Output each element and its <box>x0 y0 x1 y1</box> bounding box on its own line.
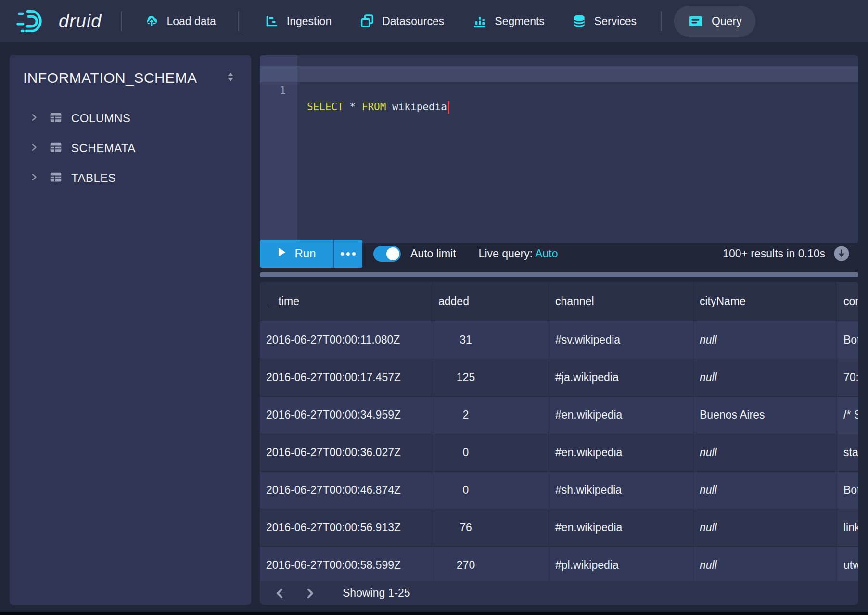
column-header-time[interactable]: __time <box>260 282 432 321</box>
cell-cityname[interactable]: null <box>693 472 837 509</box>
cell-comment[interactable]: Bot <box>837 472 858 509</box>
double-caret-vertical-icon[interactable] <box>224 70 237 86</box>
download-results-button[interactable] <box>833 245 850 262</box>
nav-item-label: Load data <box>167 15 216 28</box>
sql-keyword: FROM <box>362 101 386 113</box>
cell-channel[interactable]: #ja.wikipedia <box>549 359 693 396</box>
nav-item-label: Ingestion <box>287 15 332 28</box>
line-number: 1 <box>260 82 297 99</box>
tree-item-label: SCHEMATA <box>71 141 136 155</box>
cell-time[interactable]: 2016-06-27T00:00:56.913Z <box>260 509 432 546</box>
results-header-row: __time added channel cityName comment <box>260 282 858 321</box>
nav-item-label: Segments <box>495 15 545 28</box>
table-row: 2016-06-27T00:00:11.080Z 31 #sv.wikipedi… <box>260 321 858 359</box>
table-row: 2016-06-27T00:00:36.027Z 0 #en.wikipedia… <box>260 434 858 472</box>
chevron-right-icon <box>30 142 38 154</box>
column-header-added[interactable]: added <box>432 282 549 321</box>
auto-limit-label: Auto limit <box>410 247 456 260</box>
cell-cityname[interactable]: null <box>693 434 837 471</box>
cloud-upload-icon <box>143 13 160 29</box>
nav-item-label: Services <box>594 15 637 28</box>
chevron-right-icon <box>30 112 38 125</box>
nav-item-datasources[interactable]: Datasources <box>359 13 444 29</box>
cell-comment[interactable]: sta <box>837 434 858 471</box>
cell-added[interactable]: 0 <box>432 472 549 509</box>
cell-added[interactable]: 125 <box>432 359 549 396</box>
run-button-label: Run <box>294 247 316 260</box>
bar-chart-icon <box>472 13 487 29</box>
cell-time[interactable]: 2016-06-27T00:00:46.874Z <box>260 472 432 509</box>
cell-comment[interactable]: Bot <box>837 321 858 359</box>
sql-query-text: SELECT * FROM wikipedia <box>307 99 449 115</box>
column-header-channel[interactable]: channel <box>549 282 693 321</box>
live-query-label: Live query: <box>479 247 533 260</box>
cell-time[interactable]: 2016-06-27T00:00:11.080Z <box>260 321 432 359</box>
pane-splitter[interactable] <box>260 272 858 277</box>
cell-added[interactable]: 270 <box>432 547 549 584</box>
cell-channel[interactable]: #en.wikipedia <box>549 509 693 546</box>
run-button[interactable]: Run <box>260 240 333 268</box>
cell-comment[interactable]: utw <box>837 547 858 584</box>
nav-item-load-data[interactable]: Load data <box>143 13 216 29</box>
auto-limit-toggle[interactable] <box>373 246 401 262</box>
cell-time[interactable]: 2016-06-27T00:00:17.457Z <box>260 359 432 396</box>
cell-cityname[interactable]: Buenos Aires <box>693 397 837 434</box>
nav-divider <box>238 11 239 31</box>
schema-sidebar: INFORMATION_SCHEMA COLUMNS <box>10 55 251 605</box>
cell-time[interactable]: 2016-06-27T00:00:34.959Z <box>260 397 432 434</box>
column-header-comment[interactable]: comment <box>837 282 858 321</box>
window-bottom-edge <box>0 612 868 615</box>
cell-comment[interactable]: link <box>837 509 858 546</box>
column-header-cityname[interactable]: cityName <box>693 282 837 321</box>
table-row: 2016-06-27T00:00:17.457Z 125 #ja.wikiped… <box>260 359 858 397</box>
nav-item-query[interactable]: Query <box>674 6 755 37</box>
tree-item-columns[interactable]: COLUMNS <box>10 103 251 133</box>
cell-channel[interactable]: #en.wikipedia <box>549 397 693 434</box>
sql-editor[interactable]: 1 SELECT * FROM wikipedia <box>260 55 858 243</box>
play-icon <box>277 247 286 260</box>
table-row: 2016-06-27T00:00:46.874Z 0 #sh.wikipedia… <box>260 472 858 509</box>
run-more-button[interactable] <box>333 240 362 268</box>
database-icon <box>572 13 587 29</box>
nav-item-ingestion[interactable]: Ingestion <box>264 13 332 29</box>
cell-channel[interactable]: #sh.wikipedia <box>549 472 693 509</box>
cell-added[interactable]: 2 <box>432 397 549 434</box>
cell-cityname[interactable]: null <box>693 321 837 359</box>
cell-time[interactable]: 2016-06-27T00:00:36.027Z <box>260 434 432 471</box>
nav-item-services[interactable]: Services <box>572 13 637 29</box>
cell-added[interactable]: 76 <box>432 509 549 546</box>
toggle-knob <box>386 247 399 260</box>
cell-added[interactable]: 31 <box>432 321 549 359</box>
tree-item-label: TABLES <box>71 171 116 185</box>
stacked-squares-icon <box>359 13 375 29</box>
next-page-button[interactable] <box>300 584 319 603</box>
sql-star: * <box>350 101 356 113</box>
text-cursor <box>448 101 449 114</box>
query-toolbar: Run Auto limit Live query: Auto 100+ res… <box>260 240 858 268</box>
tree-item-schemata[interactable]: SCHEMATA <box>10 133 251 163</box>
top-nav: druid Load data Ingestion <box>0 0 868 42</box>
cell-time[interactable]: 2016-06-27T00:00:58.599Z <box>260 547 432 584</box>
prev-page-button[interactable] <box>270 584 290 603</box>
results-footer: Showing 1-25 <box>260 581 858 605</box>
cell-comment[interactable]: 70: <box>837 359 858 396</box>
schema-selector[interactable]: INFORMATION_SCHEMA <box>10 55 251 91</box>
live-query-value[interactable]: Auto <box>535 247 558 260</box>
editor-line-1: 1 SELECT * FROM wikipedia <box>260 66 858 82</box>
schema-tree: COLUMNS SCHEMATA <box>10 103 251 193</box>
tree-item-tables[interactable]: TABLES <box>10 163 251 193</box>
druid-logo[interactable]: druid <box>16 8 102 34</box>
cell-channel[interactable]: #sv.wikipedia <box>549 321 693 359</box>
cell-channel[interactable]: #pl.wikipedia <box>549 547 693 584</box>
cell-channel[interactable]: #en.wikipedia <box>549 434 693 471</box>
cell-cityname[interactable]: null <box>693 509 837 546</box>
nav-divider <box>661 11 662 31</box>
druid-logo-icon <box>16 8 51 34</box>
cell-cityname[interactable]: null <box>693 359 837 396</box>
nav-item-segments[interactable]: Segments <box>472 13 545 29</box>
live-query: Live query: Auto <box>479 247 558 260</box>
cell-comment[interactable]: /* S <box>837 397 858 434</box>
cell-cityname[interactable]: null <box>693 547 837 584</box>
brand-wordmark: druid <box>59 11 102 32</box>
cell-added[interactable]: 0 <box>432 434 549 471</box>
